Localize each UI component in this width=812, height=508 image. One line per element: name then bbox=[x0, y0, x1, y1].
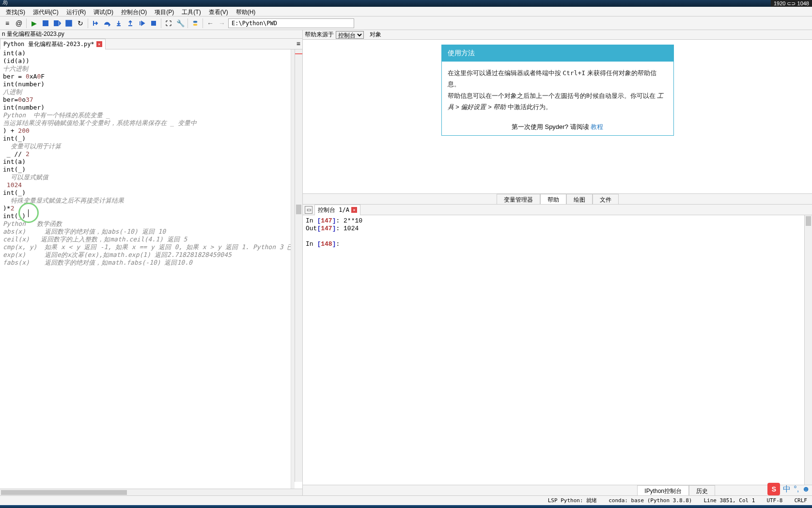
tab-plots[interactable]: 绘图 bbox=[566, 194, 593, 204]
menu-view[interactable]: 查看(V) bbox=[205, 8, 232, 15]
rerun-icon[interactable]: ↻ bbox=[75, 18, 86, 29]
fold-gutter[interactable] bbox=[291, 49, 295, 489]
separator bbox=[187, 18, 188, 28]
step-over-icon[interactable] bbox=[102, 18, 112, 29]
help-body: 使用方法 在这里你可以通过在编辑器或者终端中按 Ctrl+I 来获得任何对象的帮… bbox=[303, 40, 812, 193]
status-bar: LSP Python: 就绪 conda: base (Python 3.8.8… bbox=[0, 495, 812, 505]
scrollbar-thumb[interactable] bbox=[1, 490, 127, 495]
help-card-p1: 在这里你可以通过在编辑器或者终端中按 Ctrl+I 来获得任何对象的帮助信息。 bbox=[448, 67, 668, 90]
stop-debug-icon[interactable] bbox=[148, 18, 159, 29]
scrollbar-thumb[interactable] bbox=[806, 216, 811, 226]
console-in-147: In [147]: 2**10 bbox=[306, 217, 809, 225]
help-card-p2: 帮助信息可以在一个对象之后加上一个左圆括号的时候自动显示。你可以在 工具 > 偏… bbox=[448, 90, 668, 113]
main-toolbar: ≡ @ ▶ ↻ 🔧 ← → E:\Python\PWD bbox=[0, 16, 812, 30]
status-encoding[interactable]: UTF-8 bbox=[764, 497, 785, 504]
error-marker bbox=[295, 53, 302, 54]
ime-symbol-icon[interactable]: °, bbox=[794, 485, 799, 493]
step-out-icon[interactable] bbox=[125, 18, 136, 29]
editor-breadcrumb[interactable]: n 量化编程基础-2023.py bbox=[0, 30, 302, 39]
ipython-console[interactable]: In [147]: 2**10 Out[147]: 1024 In [148]: bbox=[303, 215, 812, 485]
run-cell-advance-icon[interactable] bbox=[52, 18, 62, 29]
separator bbox=[88, 18, 88, 28]
working-dir-input[interactable]: E:\Python\PWD bbox=[228, 18, 354, 28]
scrollbar-thumb[interactable] bbox=[296, 205, 301, 214]
close-icon[interactable]: ✕ bbox=[96, 41, 102, 47]
ime-logo-icon[interactable]: S bbox=[767, 483, 780, 495]
help-card-footer: 第一次使用 Spyder? 请阅读 教程 bbox=[442, 119, 673, 135]
menu-debug[interactable]: 调试(D) bbox=[90, 8, 117, 15]
menu-source[interactable]: 源代码(C) bbox=[29, 8, 62, 15]
run-selection-icon[interactable] bbox=[63, 18, 74, 29]
ime-lang-icon[interactable]: 中 bbox=[783, 484, 791, 494]
system-tray: S 中 °, ☻ bbox=[767, 483, 810, 495]
code-editor[interactable]: int(a)(id(a))十六进制ber = 0xA0Fint(number)八… bbox=[0, 49, 302, 489]
browse-tabs-icon[interactable]: ▭ bbox=[305, 206, 312, 214]
at-icon[interactable]: @ bbox=[14, 18, 24, 29]
console-vscrollbar[interactable] bbox=[804, 215, 812, 485]
run-file-icon[interactable]: ▶ bbox=[29, 18, 39, 29]
back-icon[interactable]: ← bbox=[205, 18, 216, 29]
tab-help[interactable]: 帮助 bbox=[540, 194, 566, 204]
screen-dim-badge: 1920 ⊂⊃ 1048 bbox=[771, 0, 812, 7]
python-path-icon[interactable] bbox=[190, 18, 201, 29]
menu-tools[interactable]: 工具(T) bbox=[178, 8, 204, 15]
outline-icon[interactable]: ≡ bbox=[2, 18, 13, 29]
console-tabbar: ▭ 控制台 1/A ✕ bbox=[303, 205, 812, 215]
svg-rect-3 bbox=[151, 21, 156, 26]
tab-menu-icon[interactable]: ≡ bbox=[297, 40, 300, 48]
help-object-label: 对象 bbox=[370, 31, 381, 39]
continue-icon[interactable] bbox=[137, 18, 147, 29]
editor-hscrollbar[interactable] bbox=[0, 489, 302, 495]
menu-project[interactable]: 项目(P) bbox=[151, 8, 178, 15]
menu-bar: 查找(S) 源代码(C) 运行(R) 调试(D) 控制台(O) 项目(P) 工具… bbox=[0, 7, 812, 16]
help-pane-tabs: 变量管理器 帮助 绘图 文件 bbox=[303, 193, 812, 204]
menu-run[interactable]: 运行(R) bbox=[62, 8, 90, 15]
console-tab[interactable]: 控制台 1/A ✕ bbox=[314, 205, 360, 215]
tutorial-link[interactable]: 教程 bbox=[591, 123, 603, 130]
help-toolbar: 帮助来源于 控制台 对象 bbox=[303, 30, 812, 40]
help-card-title: 使用方法 bbox=[442, 45, 673, 62]
forward-icon[interactable]: → bbox=[217, 18, 227, 29]
preferences-icon[interactable]: 🔧 bbox=[175, 18, 186, 29]
menu-help[interactable]: 帮助(H) bbox=[232, 8, 260, 15]
debug-run-icon[interactable] bbox=[90, 18, 101, 29]
separator bbox=[26, 18, 27, 28]
status-eol[interactable]: CRLF bbox=[792, 497, 811, 504]
separator bbox=[203, 18, 203, 28]
console-out-147: Out[147]: 1024 bbox=[306, 225, 809, 233]
console-in-148[interactable]: In [148]: bbox=[306, 240, 809, 248]
window-titlebar: .8) 1920 ⊂⊃ 1048 bbox=[0, 0, 812, 7]
status-lsp[interactable]: LSP Python: 就绪 bbox=[545, 497, 600, 504]
editor-tabbar: Python 量化编程基础-2023.py* ✕ ≡ bbox=[0, 39, 302, 49]
console-tab-label: 控制台 1/A bbox=[318, 206, 349, 214]
separator bbox=[161, 18, 161, 28]
title-version: .8) bbox=[2, 0, 8, 5]
console-bottom-tabs: IPython控制台 历史 bbox=[303, 485, 812, 495]
help-source-select[interactable]: 控制台 bbox=[336, 31, 364, 39]
editor-vscrollbar[interactable] bbox=[295, 49, 302, 482]
close-icon[interactable]: ✕ bbox=[351, 207, 357, 213]
run-cell-icon[interactable] bbox=[40, 18, 51, 29]
status-conda[interactable]: conda: base (Python 3.8.8) bbox=[606, 497, 695, 504]
text-caret bbox=[28, 209, 29, 217]
tab-label: Python 量化编程基础-2023.py* bbox=[3, 40, 94, 48]
ime-emoji-icon[interactable]: ☻ bbox=[802, 485, 810, 493]
menu-console[interactable]: 控制台(O) bbox=[117, 8, 151, 15]
editor-tab[interactable]: Python 量化编程基础-2023.py* ✕ bbox=[0, 39, 106, 49]
menu-find[interactable]: 查找(S) bbox=[2, 8, 29, 15]
help-usage-card: 使用方法 在这里你可以通过在编辑器或者终端中按 Ctrl+I 来获得任何对象的帮… bbox=[441, 45, 674, 136]
maximize-pane-icon[interactable] bbox=[163, 18, 174, 29]
help-source-label: 帮助来源于 bbox=[305, 31, 334, 39]
tab-variable-explorer[interactable]: 变量管理器 bbox=[497, 194, 540, 204]
tab-ipython-console[interactable]: IPython控制台 bbox=[637, 485, 689, 495]
os-taskbar[interactable] bbox=[0, 505, 812, 508]
status-cursor-pos[interactable]: Line 3851, Col 1 bbox=[701, 497, 758, 504]
tab-files[interactable]: 文件 bbox=[593, 194, 619, 204]
tab-history[interactable]: 历史 bbox=[689, 485, 715, 495]
step-into-icon[interactable] bbox=[113, 18, 124, 29]
